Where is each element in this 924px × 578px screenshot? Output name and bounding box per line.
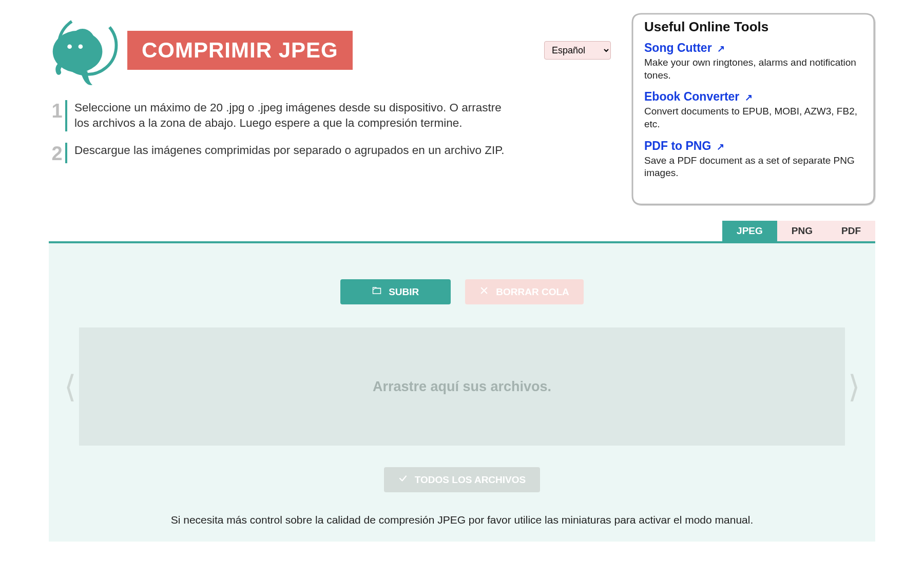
tool-ebook-converter: Ebook Converter ↗ Convert documents to E… [644, 90, 866, 130]
step-1: 1 Seleccione un máximo de 20 .jpg o .jpe… [49, 100, 616, 131]
step-text: Seleccione un máximo de 20 .jpg o .jpeg … [74, 100, 511, 131]
prev-arrow[interactable]: ⟨ [64, 369, 76, 405]
tool-description: Make your own ringtones, alarms and noti… [644, 56, 866, 82]
work-area: SUBIR BORRAR COLA ⟨ Arrastre aquí sus ar… [49, 243, 875, 542]
drop-zone[interactable]: Arrastre aquí sus archivos. [79, 327, 845, 446]
tool-link[interactable]: PDF to PNG ↗ [644, 139, 724, 152]
format-tabs: JPEG PNG PDF [0, 221, 924, 241]
svg-point-4 [79, 44, 83, 49]
close-icon [479, 286, 489, 298]
drop-zone-text: Arrastre aquí sus archivos. [373, 379, 551, 395]
external-link-icon: ↗ [717, 142, 724, 152]
step-number: 1 [49, 100, 67, 131]
check-icon [398, 474, 408, 486]
external-link-icon: ↗ [717, 44, 725, 54]
step-number: 2 [49, 143, 67, 163]
tool-link[interactable]: Song Cutter ↗ [644, 41, 725, 54]
download-all-button[interactable]: TODOS LOS ARCHIVOS [384, 467, 540, 492]
clear-queue-button[interactable]: BORRAR COLA [465, 279, 584, 304]
step-text: Descargue las imágenes comprimidas por s… [74, 143, 505, 163]
step-2: 2 Descargue las imágenes comprimidas por… [49, 143, 616, 163]
svg-point-3 [67, 44, 72, 49]
useful-tools-sidebar: Useful Online Tools Song Cutter ↗ Make y… [631, 13, 875, 205]
svg-point-2 [70, 29, 95, 59]
tool-description: Convert documents to EPUB, MOBI, AZW3, F… [644, 105, 866, 130]
sidebar-title: Useful Online Tools [644, 19, 866, 35]
tool-song-cutter: Song Cutter ↗ Make your own ringtones, a… [644, 41, 866, 82]
tab-jpeg[interactable]: JPEG [722, 221, 777, 241]
folder-icon [372, 286, 381, 298]
tab-png[interactable]: PNG [777, 221, 827, 241]
tool-pdf-to-png: PDF to PNG ↗ Save a PDF document as a se… [644, 139, 866, 180]
tool-link[interactable]: Ebook Converter ↗ [644, 90, 753, 103]
elephant-logo [49, 13, 123, 87]
tab-pdf[interactable]: PDF [827, 221, 875, 241]
external-link-icon: ↗ [745, 92, 753, 103]
language-select[interactable]: Español [544, 41, 611, 60]
next-arrow[interactable]: ⟩ [848, 369, 860, 405]
tool-description: Save a PDF document as a set of separate… [644, 155, 866, 180]
hint-text: Si necesita más control sobre la calidad… [64, 514, 860, 526]
upload-button[interactable]: SUBIR [340, 279, 451, 304]
page-title: COMPRIMIR JPEG [127, 31, 353, 70]
